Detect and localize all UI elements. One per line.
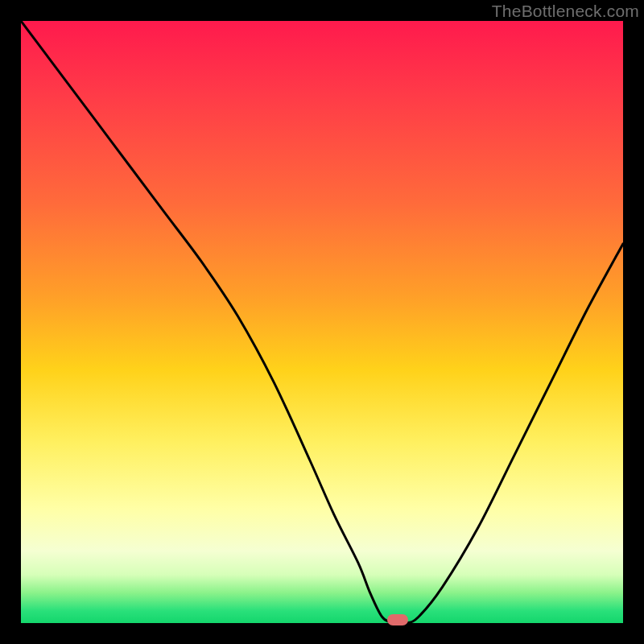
optimal-point-marker — [387, 614, 408, 625]
chart-container: TheBottleneck.com — [0, 0, 644, 644]
bottleneck-curve-line — [21, 21, 623, 623]
curve-svg — [21, 21, 623, 623]
plot-area — [21, 21, 623, 623]
watermark-text: TheBottleneck.com — [492, 2, 639, 21]
